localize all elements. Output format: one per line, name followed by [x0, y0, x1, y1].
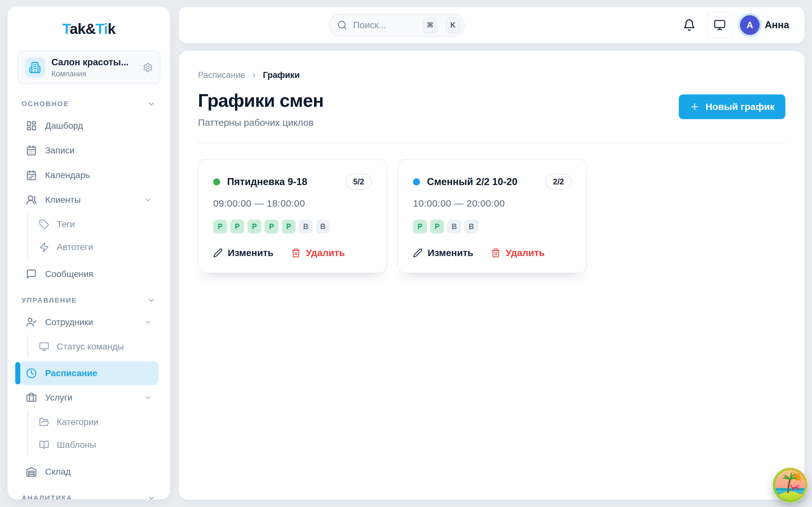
sidebar-item-autotags[interactable]: Автотеги — [28, 236, 159, 259]
day-chip-off: В — [316, 220, 330, 233]
dashboard-icon — [26, 120, 37, 131]
sidebar-item-label: Шаблоны — [57, 440, 96, 450]
day-chip-off: В — [464, 220, 478, 233]
briefcase-icon — [26, 392, 37, 403]
section-header-main[interactable]: ОСНОВНОЕ — [19, 95, 159, 113]
schedule-time: 10:00:00 — 20:00:00 — [413, 198, 571, 209]
status-dot — [413, 178, 420, 185]
sidebar-item-label: Статус команды — [57, 342, 124, 352]
edit-button[interactable]: Изменить — [213, 247, 273, 258]
delete-button[interactable]: Удалить — [491, 247, 545, 258]
tropical-island-icon[interactable] — [772, 467, 808, 503]
sidebar-nav: ОСНОВНОЕ Дашборд Записи Календарь Клиент… — [8, 95, 170, 499]
logo-segment: k — [107, 20, 115, 37]
trash-icon — [491, 248, 501, 258]
bell-icon[interactable] — [683, 19, 696, 32]
sidebar-item-schedule[interactable]: Расписание — [19, 361, 159, 385]
day-chip-work: Р — [247, 220, 261, 233]
sidebar-item-messages[interactable]: Сообщения — [19, 262, 159, 286]
user-check-icon — [26, 317, 37, 328]
search-placeholder: Поиск... — [353, 20, 417, 31]
search-icon — [337, 20, 347, 30]
sidebar-item-dashboard[interactable]: Дашборд — [19, 113, 159, 138]
sidebar-item-label: Сообщения — [45, 269, 93, 279]
day-chip-work: Р — [430, 220, 444, 233]
warehouse-icon — [26, 466, 37, 477]
breadcrumb-schedule[interactable]: Расписание — [198, 70, 245, 80]
company-selector[interactable]: Салон красоты... Компания — [17, 51, 160, 84]
section-label: УПРАВЛЕНИЕ — [21, 296, 77, 304]
edit-button[interactable]: Изменить — [413, 247, 473, 258]
day-pattern: Р Р Р Р Р В В — [213, 220, 372, 233]
new-schedule-button[interactable]: Новый график — [679, 95, 785, 119]
topbar-actions: А Анна — [683, 7, 789, 43]
ratio-badge: 5/2 — [345, 174, 372, 190]
sidebar-item-label: Записи — [45, 146, 74, 156]
edit-button-label: Изменить — [228, 247, 273, 258]
breadcrumb: Расписание Графики — [198, 70, 785, 80]
search-input[interactable]: Поиск... ⌘ K — [329, 14, 465, 37]
day-chip-work: Р — [264, 220, 278, 233]
day-chip-work: Р — [413, 220, 427, 233]
plus-icon — [690, 102, 700, 112]
chevron-down-icon — [147, 494, 155, 499]
sidebar-item-label: Теги — [57, 219, 75, 229]
sidebar-item-label: Склад — [45, 467, 71, 477]
sidebar-item-calendar[interactable]: Календарь — [19, 163, 159, 187]
schedule-card-shift: Сменный 2/2 10-20 2/2 10:00:00 — 20:00:0… — [398, 159, 587, 273]
clock-icon — [26, 368, 37, 379]
chevron-down-icon — [147, 296, 155, 304]
sidebar-item-staff[interactable]: Сотрудники — [19, 310, 159, 335]
delete-button-label: Удалить — [306, 247, 345, 258]
sidebar-item-team-status[interactable]: Статус команды — [28, 335, 159, 358]
schedule-name: Сменный 2/2 10-20 — [427, 176, 517, 187]
zap-icon — [39, 242, 49, 252]
user-name[interactable]: Анна — [765, 19, 789, 31]
section-label: ОСНОВНОЕ — [21, 100, 69, 108]
sidebar-item-templates[interactable]: Шаблоны — [28, 434, 159, 456]
logo-segment: & — [85, 20, 96, 37]
sidebar-item-label: Услуги — [45, 393, 72, 403]
company-name: Салон красоты... — [51, 57, 129, 67]
schedule-card-five-day: Пятидневка 9-18 5/2 09:00:00 — 18:00:00 … — [198, 159, 387, 273]
sidebar-item-warehouse[interactable]: Склад — [19, 459, 159, 484]
section-header-management[interactable]: УПРАВЛЕНИЕ — [19, 291, 159, 310]
logo-segment: ak — [70, 20, 85, 37]
chevron-down-icon — [144, 319, 152, 326]
app-logo: Tak&Tik — [8, 20, 170, 38]
tag-icon — [39, 219, 49, 229]
pencil-icon — [413, 248, 422, 258]
display-mode-button[interactable] — [706, 12, 733, 38]
day-chip-work: Р — [230, 220, 244, 233]
sidebar-item-clients[interactable]: Клиенты — [19, 187, 159, 212]
clients-subitems: Теги Автотеги — [27, 213, 159, 259]
sidebar: Tak&Tik Салон красоты... Компания ОСНОВН… — [8, 6, 170, 499]
sidebar-item-label: Календарь — [45, 170, 90, 180]
section-label: АНАЛИТИКА — [21, 494, 72, 499]
delete-button[interactable]: Удалить — [291, 247, 345, 258]
breadcrumb-current: Графики — [263, 70, 300, 80]
avatar[interactable]: А — [740, 15, 760, 35]
users-icon — [26, 194, 37, 205]
sidebar-item-label: Сотрудники — [45, 317, 93, 327]
gear-icon[interactable] — [143, 62, 153, 72]
topbar: Поиск... ⌘ K А Анна — [179, 7, 804, 43]
new-schedule-button-label: Новый график — [705, 101, 774, 112]
chevron-down-icon — [144, 196, 152, 204]
section-header-analytics[interactable]: АНАЛИТИКА — [19, 489, 159, 499]
day-chip-off: В — [447, 220, 461, 233]
day-chip-work: Р — [282, 220, 296, 233]
sidebar-item-tags[interactable]: Теги — [28, 213, 159, 236]
day-chip-off: В — [299, 220, 313, 233]
main-content: Расписание Графики Графики смен Паттерны… — [179, 51, 804, 500]
sidebar-item-services[interactable]: Услуги — [19, 385, 159, 410]
status-dot — [213, 178, 220, 185]
ratio-badge: 2/2 — [545, 174, 571, 190]
calendar-icon — [26, 145, 37, 156]
sidebar-item-categories[interactable]: Категории — [28, 411, 159, 434]
kbd-cmd: ⌘ — [423, 17, 438, 33]
sidebar-item-label: Расписание — [45, 368, 97, 378]
sidebar-item-records[interactable]: Записи — [19, 138, 159, 163]
schedule-name: Пятидневка 9-18 — [227, 176, 307, 187]
logo-segment: T — [62, 20, 70, 37]
